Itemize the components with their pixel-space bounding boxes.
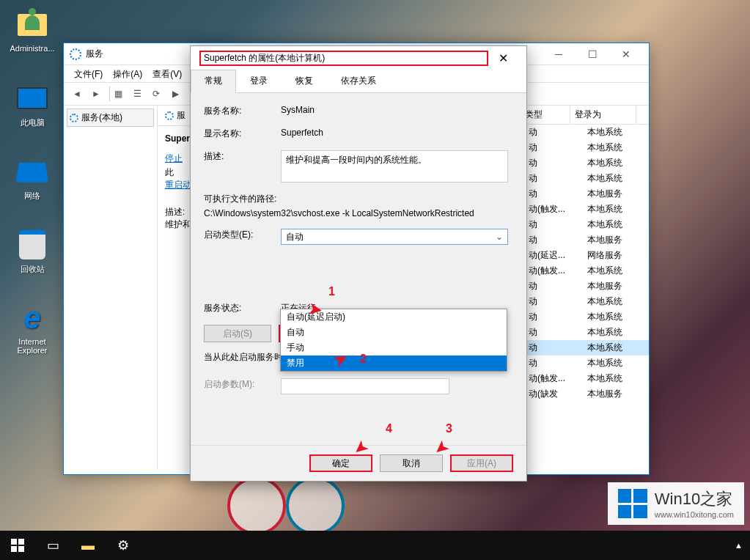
desktop-icon-network[interactable]: 网络: [3, 154, 62, 202]
pc-icon: [17, 87, 48, 109]
ie-icon: e: [23, 301, 40, 336]
background-badge-2: [286, 476, 345, 535]
props-title: Superfetch 的属性(本地计算机): [199, 51, 488, 66]
watermark: Win10之家 www.win10xitong.com: [608, 482, 744, 525]
settings-button[interactable]: ⚙: [106, 531, 141, 560]
value-description[interactable]: 维护和提高一段时间内的系统性能。: [281, 150, 508, 183]
props-tabs: 常规 登录 恢复 依存关系: [191, 70, 526, 93]
annotation-2: 2: [360, 353, 367, 366]
desktop-icon-this-pc[interactable]: 此电脑: [3, 81, 62, 128]
value-exe-path: C:\Windows\system32\svchost.exe -k Local…: [204, 208, 474, 218]
toolbar-export-button[interactable]: ▶: [166, 86, 184, 102]
start-params-input: [281, 378, 449, 394]
option-auto[interactable]: 自动: [281, 325, 507, 340]
chevron-down-icon: ⌄: [496, 232, 503, 242]
option-disabled[interactable]: 禁用: [281, 355, 507, 371]
start-button: 启动(S): [204, 325, 271, 342]
desktop-icon-recycle-bin[interactable]: 回收站: [3, 227, 62, 275]
annotation-3: 3: [446, 422, 452, 435]
menu-action[interactable]: 操作(A): [109, 67, 147, 82]
recycle-bin-icon: [19, 230, 45, 259]
toolbar-refresh-button[interactable]: ⟳: [147, 86, 165, 102]
menu-view[interactable]: 查看(V): [148, 67, 186, 82]
option-manual[interactable]: 手动: [281, 340, 507, 355]
startup-type-select[interactable]: 自动 ⌄: [281, 229, 508, 245]
services-tree-panel: 服务(本地): [64, 106, 158, 469]
minimize-button[interactable]: ─: [542, 43, 576, 65]
value-service-name: SysMain: [281, 105, 513, 115]
annotation-4: 4: [386, 422, 392, 435]
cancel-button[interactable]: 取消: [380, 454, 443, 472]
label-exe-path: 可执行文件的路径:: [204, 193, 276, 205]
toolbar-grid-button[interactable]: ▦: [109, 86, 127, 102]
gear-icon: [165, 111, 174, 120]
services-title: 服务: [86, 48, 103, 60]
maximize-button[interactable]: ☐: [576, 43, 609, 65]
windows-logo-icon: [618, 489, 647, 518]
gear-icon: [70, 114, 78, 122]
label-display-name: 显示名称:: [204, 128, 281, 140]
start-button[interactable]: [0, 531, 35, 560]
label-startup-type: 启动类型(E):: [204, 229, 281, 241]
nav-forward-button[interactable]: ►: [87, 86, 105, 102]
desktop-icon-admin[interactable]: Administra...: [3, 7, 62, 53]
task-view-button[interactable]: ▭: [35, 531, 70, 560]
tab-logon[interactable]: 登录: [236, 70, 282, 92]
detail-header: 服: [159, 107, 191, 124]
network-icon: [16, 163, 48, 183]
gear-icon: [70, 48, 81, 60]
close-button[interactable]: ✕: [609, 43, 643, 65]
tab-general[interactable]: 常规: [191, 70, 236, 93]
menu-file[interactable]: 文件(F): [70, 67, 107, 82]
windows-icon: [11, 539, 24, 552]
label-service-status: 服务状态:: [204, 302, 281, 314]
label-start-params: 启动参数(M):: [204, 378, 281, 391]
services-tree-root[interactable]: 服务(本地): [67, 108, 154, 127]
tab-recovery[interactable]: 恢复: [282, 70, 327, 92]
tab-dependencies[interactable]: 依存关系: [327, 70, 390, 92]
label-description: 描述:: [204, 150, 281, 163]
value-display-name: Superfetch: [281, 128, 513, 138]
service-properties-dialog: Superfetch 的属性(本地计算机) ✕ 常规 登录 恢复 依存关系 服务…: [190, 45, 527, 482]
tray-area[interactable]: ▲: [727, 531, 750, 560]
props-close-button[interactable]: ✕: [488, 48, 518, 68]
toolbar-props-button[interactable]: ☰: [128, 86, 146, 102]
label-service-name: 服务名称:: [204, 105, 281, 117]
desktop-icon-ie[interactable]: e Internet Explorer: [3, 301, 62, 355]
col-logon-as[interactable]: 登录为: [570, 106, 636, 124]
apply-button[interactable]: 应用(A): [450, 454, 513, 472]
props-titlebar[interactable]: Superfetch 的属性(本地计算机) ✕: [191, 46, 526, 70]
nav-back-button[interactable]: ◄: [68, 86, 86, 102]
folder-icon: [18, 14, 47, 36]
taskbar: ▭ ▬ ⚙ ▲: [0, 531, 750, 560]
file-explorer-button[interactable]: ▬: [70, 531, 106, 560]
annotation-1: 1: [328, 285, 335, 298]
background-badge: [227, 476, 286, 535]
